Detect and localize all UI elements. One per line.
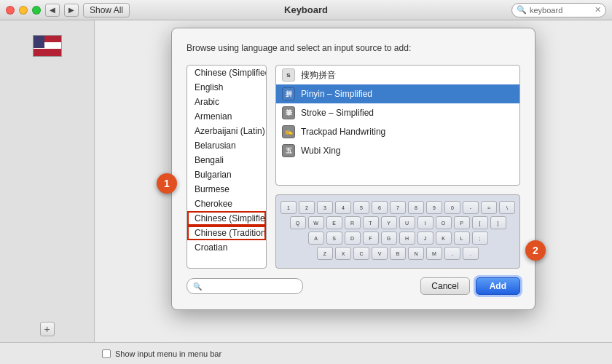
show-input-menu-checkbox[interactable] bbox=[102, 349, 111, 358]
key: N bbox=[408, 247, 424, 260]
list-item[interactable]: 五 Wubi Xing bbox=[276, 141, 519, 160]
key: 7 bbox=[390, 201, 406, 214]
forward-button[interactable]: ▶ bbox=[64, 4, 79, 17]
keyboard-row-asdf: A S D F G H J K L ; bbox=[280, 232, 515, 245]
key: Q bbox=[290, 216, 306, 229]
show-input-menu-label: Show input menu in menu bar bbox=[115, 349, 221, 358]
list-item[interactable]: Chinese (Simplified) bbox=[187, 211, 266, 226]
keyboard-row-numbers: 1 2 3 4 5 6 7 8 9 0 bbox=[280, 201, 515, 214]
dialog-instruction: Browse using language and select an inpu… bbox=[187, 43, 520, 53]
list-item[interactable]: Arabic bbox=[187, 95, 266, 109]
list-item[interactable]: Croatian bbox=[187, 240, 266, 255]
key: S bbox=[326, 232, 342, 245]
key: Y bbox=[381, 216, 397, 229]
list-item[interactable]: Armenian bbox=[187, 109, 266, 124]
key: L bbox=[454, 232, 470, 245]
key: \ bbox=[499, 201, 515, 214]
search-icon: 🔍 bbox=[517, 5, 527, 15]
back-button[interactable]: ◀ bbox=[45, 4, 60, 17]
list-item[interactable]: Cherokee bbox=[187, 197, 266, 211]
list-item[interactable]: Chinese (Traditional) bbox=[187, 226, 266, 240]
filter-search-icon: 🔍 bbox=[193, 282, 202, 290]
show-all-button[interactable]: Show All bbox=[83, 3, 130, 17]
key: 2 bbox=[299, 201, 315, 214]
key: Z bbox=[317, 247, 333, 260]
maximize-button[interactable] bbox=[32, 6, 41, 15]
key: K bbox=[436, 232, 452, 245]
key: U bbox=[399, 216, 415, 229]
keyboard-row-qwerty: Q W E R T Y U I O P bbox=[280, 216, 515, 229]
filter-input[interactable] bbox=[205, 282, 297, 290]
list-item[interactable]: Burmese bbox=[187, 182, 266, 197]
window: ◀ ▶ Show All Keyboard 🔍 ✕ + 1 bbox=[0, 0, 612, 364]
stroke-icon: 筆 bbox=[282, 106, 295, 119]
key: B bbox=[390, 247, 406, 260]
keyboard-preview: 1 2 3 4 5 6 7 8 9 0 bbox=[275, 194, 520, 269]
list-item[interactable]: English bbox=[187, 80, 266, 95]
trackpad-icon: ✍ bbox=[282, 125, 295, 138]
language-list-container: Chinese (Simplified) English Arabic Arme… bbox=[187, 65, 267, 269]
close-button[interactable] bbox=[6, 6, 15, 15]
dialog-overlay: 1 2 Browse using language and select an … bbox=[95, 20, 612, 342]
key: W bbox=[308, 216, 324, 229]
list-item[interactable]: Bulgarian bbox=[187, 167, 266, 182]
list-item[interactable]: Belarusian bbox=[187, 138, 266, 153]
add-input-source-button[interactable]: + bbox=[40, 322, 55, 336]
dialog-buttons: Cancel Add bbox=[420, 277, 520, 295]
input-source-label: Trackpad Handwriting bbox=[301, 127, 385, 137]
key: [ bbox=[472, 216, 488, 229]
keyboard-row-zxcv: Z X C V B N M , . bbox=[280, 247, 515, 260]
key: 6 bbox=[372, 201, 388, 214]
input-sources-list: S 搜狗拼音 拼 Pinyin – Simplified 筆 bbox=[276, 66, 519, 185]
input-source-label: Wubi Xing bbox=[301, 146, 340, 156]
input-source-label: Pinyin – Simplified bbox=[301, 89, 372, 99]
key: D bbox=[345, 232, 361, 245]
key: F bbox=[363, 232, 379, 245]
list-item[interactable]: Bengali bbox=[187, 153, 266, 167]
window-title: Keyboard bbox=[284, 4, 328, 15]
key: G bbox=[381, 232, 397, 245]
titlebar-search: 🔍 ✕ bbox=[511, 3, 606, 17]
key: 0 bbox=[444, 201, 460, 214]
list-item[interactable]: S 搜狗拼音 bbox=[276, 66, 519, 84]
key: , bbox=[444, 247, 460, 260]
list-item[interactable]: Azerbaijani (Latin) bbox=[187, 124, 266, 138]
key: V bbox=[372, 247, 388, 260]
key: A bbox=[308, 232, 324, 245]
pinyin-icon: 拼 bbox=[282, 87, 295, 100]
search-clear-icon[interactable]: ✕ bbox=[595, 5, 601, 15]
key: . bbox=[463, 247, 479, 260]
flag-icon bbox=[33, 35, 62, 57]
list-item[interactable]: 拼 Pinyin – Simplified bbox=[276, 84, 519, 103]
search-input[interactable] bbox=[530, 6, 592, 15]
key: P bbox=[454, 216, 470, 229]
key: - bbox=[463, 201, 479, 214]
key: R bbox=[345, 216, 361, 229]
key: 5 bbox=[353, 201, 369, 214]
dialog-wrapper: 1 2 Browse using language and select an … bbox=[171, 28, 536, 310]
cancel-button[interactable]: Cancel bbox=[420, 277, 469, 295]
dialog-bottom: 🔍 Cancel Add bbox=[187, 277, 520, 295]
dialog-body: Chinese (Simplified) English Arabic Arme… bbox=[187, 65, 520, 269]
dialog: Browse using language and select an inpu… bbox=[171, 28, 536, 310]
list-item[interactable]: 筆 Stroke – Simplified bbox=[276, 103, 519, 122]
key: J bbox=[417, 232, 434, 245]
input-sources-container: S 搜狗拼音 拼 Pinyin – Simplified 筆 bbox=[275, 65, 520, 186]
sougou-icon: S bbox=[282, 68, 295, 82]
key: M bbox=[426, 247, 442, 260]
language-list: Chinese (Simplified) English Arabic Arme… bbox=[187, 66, 266, 268]
minimize-button[interactable] bbox=[19, 6, 28, 15]
left-panel: + bbox=[0, 20, 95, 342]
key: H bbox=[399, 232, 415, 245]
key: O bbox=[436, 216, 452, 229]
key: 1 bbox=[280, 201, 297, 214]
list-item[interactable]: Chinese (Simplified) bbox=[187, 66, 266, 80]
search-bar[interactable]: 🔍 ✕ bbox=[511, 3, 606, 17]
annotation-1: 1 bbox=[157, 173, 177, 194]
add-button[interactable]: Add bbox=[476, 277, 520, 295]
key: I bbox=[417, 216, 434, 229]
key: = bbox=[481, 201, 497, 214]
left-panel-bottom: + bbox=[40, 322, 55, 336]
filter-search[interactable]: 🔍 bbox=[187, 278, 303, 294]
list-item[interactable]: ✍ Trackpad Handwriting bbox=[276, 122, 519, 141]
